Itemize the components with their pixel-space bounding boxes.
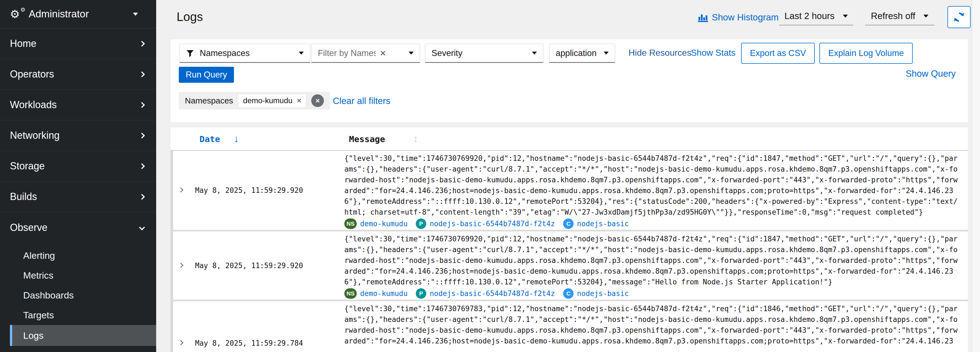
container-badge: C: [563, 288, 574, 299]
show-query-link[interactable]: Show Query: [905, 68, 956, 79]
filter-toolbar: Namespaces × Severity application Hide R…: [170, 40, 968, 122]
sidebar-item-storage[interactable]: Storage: [0, 151, 156, 182]
sidebar-item-metrics[interactable]: Metrics: [0, 265, 156, 285]
sort-icon[interactable]: ↕: [413, 133, 418, 145]
resource-link[interactable]: nodejs-basic: [577, 220, 629, 228]
resource-link[interactable]: demo-kumudu: [360, 220, 407, 228]
log-message-line: rwarded-host":"nodejs-basic-demo-kumudu.…: [344, 325, 963, 336]
log-row: May 8, 2025, 11:59:29.920{"level":30,"ti…: [170, 231, 968, 301]
perspective-switcher[interactable]: ⚙⚙ Administrator: [0, 0, 156, 29]
vertical-scrollbar[interactable]: [972, 0, 980, 352]
sidebar-item-label: Operators: [10, 68, 140, 80]
sort-descending-icon[interactable]: ↓: [234, 133, 239, 145]
clear-input-icon[interactable]: ×: [380, 48, 386, 59]
show-stats-link[interactable]: Show Stats: [691, 48, 735, 58]
log-message-line: {"level":30,"time":1746730769920,"pid":1…: [344, 153, 963, 164]
show-histogram-label: Show Histogram: [712, 12, 779, 22]
resource-link[interactable]: nodejs-basic-6544b7487d-f2t4z: [430, 289, 555, 298]
sync-icon: [953, 11, 966, 24]
resource-link[interactable]: nodejs-basic: [577, 289, 629, 298]
refresh-interval-select[interactable]: Refresh off: [865, 7, 934, 25]
sidebar-item-observe[interactable]: Observe: [0, 212, 156, 243]
severity-select[interactable]: Severity: [425, 44, 544, 63]
observe-subnav: AlertingMetricsDashboardsTargetsLogs: [0, 243, 156, 346]
hide-resources-link[interactable]: Hide Resources: [628, 48, 691, 58]
sidebar-item-operators[interactable]: Operators: [0, 59, 156, 90]
column-header-message[interactable]: Message: [349, 134, 385, 144]
log-message-line: arded":"for=24.4.146.236;host=nodejs-bas…: [344, 336, 963, 347]
caret-down-icon: [604, 52, 609, 55]
log-message: {"level":30,"time":1746730769920,"pid":1…: [344, 153, 963, 230]
ns-badge: NS: [344, 218, 357, 229]
resource-link[interactable]: nodejs-basic-6544b7487d-f2t4z: [430, 220, 555, 228]
sidebar-item-alerting[interactable]: Alerting: [0, 245, 156, 265]
sidebar-item-builds[interactable]: Builds: [0, 182, 156, 212]
chevron-right-icon: [139, 163, 145, 169]
attribute-filter-label: Namespaces: [200, 48, 250, 58]
sidebar-item-targets[interactable]: Targets: [0, 305, 156, 325]
container-resource: Cnodejs-basic: [563, 218, 629, 229]
time-range-select[interactable]: Last 2 hours: [779, 7, 853, 25]
filter-icon: [186, 49, 194, 57]
log-message-line: 6"},"remoteAddress":"::ffff:10.130.0.12"…: [344, 196, 963, 207]
caret-down-icon: [843, 14, 848, 18]
chip-group-label: Namespaces: [185, 96, 233, 105]
chevron-down-icon: [139, 225, 145, 230]
caret-down-icon: [532, 52, 537, 55]
chevron-right-icon: [178, 263, 183, 268]
chevron-right-icon: [178, 187, 183, 192]
namespaces-chip-group: Namespaces demo-kumudu × ×: [179, 92, 330, 110]
refresh-interval-value: Refresh off: [871, 11, 915, 21]
sidebar-item-label: Networking: [10, 130, 140, 141]
log-row: May 8, 2025, 11:59:29.784{"level":30,"ti…: [170, 301, 968, 352]
sidebar-item-logs[interactable]: Logs: [10, 325, 156, 346]
attribute-filter-select[interactable]: Namespaces: [179, 44, 310, 63]
container-badge: C: [563, 218, 574, 229]
tenant-select[interactable]: application: [549, 44, 615, 63]
sidebar-item-dashboards[interactable]: Dashboards: [0, 285, 156, 305]
sidebar-item-networking[interactable]: Networking: [0, 120, 156, 151]
cogs-icon: ⚙⚙: [10, 7, 24, 21]
sidebar-item-label: Workloads: [10, 99, 140, 111]
logs-table: Date ↓ Message ↕ May 8, 2025, 11:59:29.9…: [170, 127, 968, 352]
log-message: {"level":30,"time":1746730769783,"pid":1…: [344, 303, 963, 347]
time-range-value: Last 2 hours: [784, 11, 835, 21]
clear-all-filters-link[interactable]: Clear all filters: [333, 96, 390, 106]
explain-log-volume-button[interactable]: Explain Log Volume: [819, 43, 913, 64]
pod-badge: P: [416, 288, 426, 299]
tenant-value: application: [556, 48, 597, 58]
chevron-right-icon: [139, 194, 145, 199]
chevron-down-icon: [133, 13, 138, 16]
log-row: May 8, 2025, 11:59:29.920{"level":30,"ti…: [170, 151, 968, 231]
close-chip-group-button[interactable]: ×: [311, 94, 324, 107]
namespace-filter-combobox[interactable]: ×: [311, 44, 420, 63]
expand-row-button[interactable]: [179, 263, 183, 268]
sidebar-nav: HomeOperatorsWorkloadsNetworkingStorageB…: [0, 29, 156, 212]
log-message-line: {"level":30,"time":1746730769783,"pid":1…: [344, 303, 963, 314]
log-date: May 8, 2025, 11:59:29.920: [195, 261, 303, 270]
log-message-line: html; charset=utf-8","content-length":"3…: [344, 207, 963, 218]
namespace-chip: demo-kumudu ×: [239, 94, 306, 107]
caret-down-icon: [299, 52, 304, 55]
container-resource: Cnodejs-basic: [563, 288, 629, 299]
remove-chip-icon[interactable]: ×: [297, 96, 301, 105]
sidebar-item-workloads[interactable]: Workloads: [0, 90, 156, 120]
sync-button[interactable]: [947, 6, 970, 28]
sidebar-item-label: Builds: [10, 191, 140, 202]
expand-row-button[interactable]: [179, 341, 183, 346]
namespace-filter-input[interactable]: [318, 48, 376, 58]
run-query-button[interactable]: Run Query: [179, 67, 234, 83]
perspective-label: Administrator: [29, 8, 89, 20]
log-message-line: arded":"for=24.4.146.236;host=nodejs-bas…: [344, 266, 963, 277]
sidebar-item-home[interactable]: Home: [0, 29, 156, 59]
page-header: Logs Show Histogram Last 2 hours Refresh…: [156, 0, 972, 36]
caret-down-icon: [409, 52, 414, 55]
column-header-date[interactable]: Date: [199, 134, 220, 144]
resource-link[interactable]: demo-kumudu: [360, 289, 407, 298]
chip-value: demo-kumudu: [243, 96, 293, 105]
log-message-line: rwarded-host":"nodejs-basic-demo-kumudu.…: [344, 255, 963, 266]
export-csv-button[interactable]: Export as CSV: [741, 43, 815, 64]
log-date: May 8, 2025, 11:59:29.920: [195, 186, 303, 194]
expand-row-button[interactable]: [179, 188, 183, 193]
show-histogram-button[interactable]: Show Histogram: [698, 12, 779, 22]
